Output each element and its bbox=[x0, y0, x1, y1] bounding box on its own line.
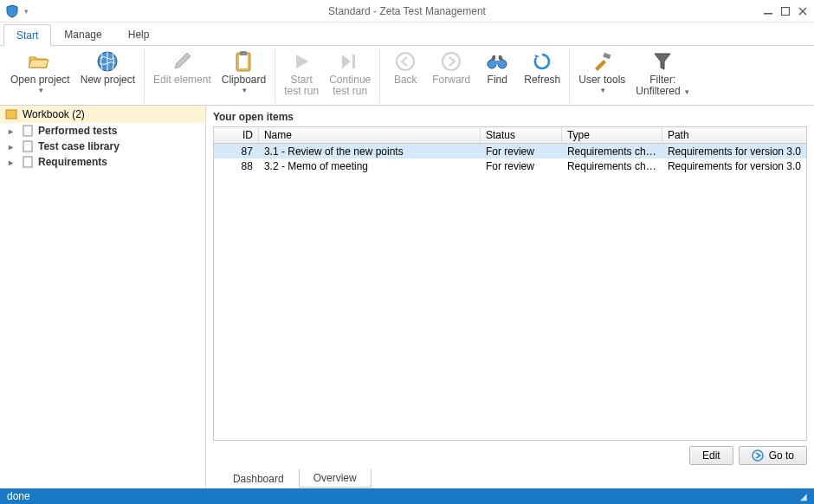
cell-status: For review bbox=[481, 144, 562, 159]
continue-test-run-button: Continuetest run bbox=[324, 48, 376, 103]
new-project-label: New project bbox=[81, 74, 135, 86]
svg-rect-11 bbox=[494, 61, 501, 64]
refresh-label: Refresh bbox=[524, 74, 560, 86]
start-l2: test run bbox=[284, 85, 319, 97]
maximize-button[interactable] bbox=[778, 3, 793, 19]
back-button: Back bbox=[384, 48, 427, 103]
tab-help[interactable]: Help bbox=[115, 23, 163, 45]
find-label: Find bbox=[488, 74, 507, 86]
tab-dashboard[interactable]: Dashboard bbox=[218, 469, 299, 488]
edit-element-button: Edit element bbox=[148, 48, 216, 103]
tree-expand-icon[interactable]: ▸ bbox=[9, 126, 17, 136]
tab-overview[interactable]: Overview bbox=[299, 468, 371, 488]
chevron-down-icon: ▾ bbox=[601, 86, 605, 94]
document-icon bbox=[22, 140, 34, 152]
binoculars-icon bbox=[485, 49, 509, 74]
forward-button: Forward bbox=[427, 48, 475, 103]
filter-l1: Filter: bbox=[649, 74, 675, 86]
sidebar-item-label: Test case library bbox=[38, 140, 120, 152]
globe-icon bbox=[95, 49, 120, 74]
arrow-right-icon bbox=[439, 49, 463, 74]
app-icon bbox=[5, 4, 19, 18]
cell-path: Requirements for version 3.0 bbox=[662, 158, 806, 174]
cell-path: Requirements for version 3.0 bbox=[662, 144, 806, 159]
sidebar-item-performed-tests[interactable]: ▸ Performed tests bbox=[0, 123, 205, 139]
filter-l2: Unfiltered bbox=[636, 85, 680, 97]
main-content: Your open items ID Name Status Type Path… bbox=[206, 106, 814, 488]
filter-button[interactable]: Filter:Unfiltered ▾ bbox=[630, 48, 694, 103]
start-test-run-button: Starttest run bbox=[279, 48, 324, 103]
pencil-icon bbox=[170, 49, 194, 74]
svg-rect-6 bbox=[352, 55, 355, 68]
cell-type: Requirements chapter bbox=[562, 144, 662, 159]
svg-point-8 bbox=[443, 53, 460, 70]
clipboard-button[interactable]: Clipboard ▾ bbox=[216, 48, 271, 103]
chevron-down-icon: ▾ bbox=[39, 86, 43, 94]
cell-status: For review bbox=[481, 158, 562, 174]
svg-rect-14 bbox=[23, 126, 32, 136]
section-title: Your open items bbox=[213, 111, 807, 123]
tree-expand-icon[interactable]: ▸ bbox=[9, 158, 17, 167]
chevron-down-icon: ▾ bbox=[242, 86, 247, 94]
user-tools-button[interactable]: User tools ▾ bbox=[573, 48, 630, 103]
new-project-button[interactable]: New project bbox=[75, 48, 140, 103]
column-header-id[interactable]: ID bbox=[214, 127, 259, 143]
table-row[interactable]: 88 3.2 - Memo of meeting For review Requ… bbox=[214, 158, 806, 173]
ribbon: Open project ▾ New project Edit element … bbox=[0, 45, 814, 106]
quick-access-dropdown[interactable]: ▾ bbox=[24, 7, 29, 16]
edit-element-label: Edit element bbox=[153, 74, 211, 86]
svg-rect-5 bbox=[240, 51, 247, 55]
edit-button[interactable]: Edit bbox=[689, 446, 733, 465]
grid-body[interactable]: 87 3.1 - Review of the new points For re… bbox=[214, 144, 806, 440]
play-next-icon bbox=[338, 49, 362, 74]
column-header-status[interactable]: Status bbox=[481, 127, 562, 143]
window-title: Standard - Zeta Test Management bbox=[0, 5, 814, 17]
funnel-icon bbox=[650, 49, 675, 74]
column-header-type[interactable]: Type bbox=[562, 127, 662, 143]
menubar: Start Manage Help bbox=[0, 23, 814, 45]
document-icon bbox=[22, 156, 34, 168]
sidebar: Workbook (2) ▸ Performed tests ▸ Test ca… bbox=[0, 106, 206, 488]
chevron-down-icon: ▾ bbox=[683, 87, 690, 96]
clipboard-icon bbox=[231, 49, 255, 74]
svg-rect-13 bbox=[6, 110, 16, 119]
cell-type: Requirements chapter bbox=[562, 158, 662, 174]
goto-button[interactable]: Go to bbox=[739, 446, 807, 465]
svg-rect-0 bbox=[764, 13, 772, 15]
sidebar-item-label: Performed tests bbox=[38, 125, 117, 137]
edit-button-label: Edit bbox=[702, 449, 720, 462]
find-button[interactable]: Find bbox=[475, 48, 519, 103]
refresh-button[interactable]: Refresh bbox=[519, 48, 565, 103]
sidebar-item-requirements[interactable]: ▸ Requirements bbox=[0, 154, 205, 170]
clipboard-label: Clipboard bbox=[222, 74, 266, 86]
bottom-tabs: Dashboard Overview bbox=[213, 469, 807, 488]
resize-grip-icon[interactable]: ◢ bbox=[800, 492, 807, 501]
close-button[interactable] bbox=[795, 3, 811, 19]
svg-rect-16 bbox=[23, 157, 32, 167]
cell-id: 87 bbox=[214, 144, 259, 159]
cell-name: 3.1 - Review of the new points bbox=[259, 144, 481, 159]
sidebar-item-label: Requirements bbox=[38, 156, 107, 168]
column-header-name[interactable]: Name bbox=[259, 127, 481, 143]
open-items-grid: ID Name Status Type Path 87 3.1 - Review… bbox=[213, 126, 807, 441]
folder-open-icon bbox=[28, 49, 52, 74]
open-project-label: Open project bbox=[10, 74, 70, 86]
svg-rect-12 bbox=[604, 53, 611, 59]
status-text: done bbox=[7, 490, 30, 502]
tree-root-workbook[interactable]: Workbook (2) bbox=[0, 106, 205, 123]
cell-name: 3.2 - Memo of meeting bbox=[259, 158, 481, 174]
table-row[interactable]: 87 3.1 - Review of the new points For re… bbox=[214, 144, 806, 158]
refresh-icon bbox=[530, 49, 554, 74]
hammer-icon bbox=[590, 49, 614, 74]
tree-root-label: Workbook (2) bbox=[23, 108, 85, 120]
tab-manage[interactable]: Manage bbox=[51, 23, 114, 45]
tree-expand-icon[interactable]: ▸ bbox=[9, 142, 17, 152]
arrow-left-icon bbox=[393, 49, 417, 74]
column-header-path[interactable]: Path bbox=[662, 127, 806, 143]
sidebar-item-test-case-library[interactable]: ▸ Test case library bbox=[0, 139, 205, 154]
minimize-button[interactable] bbox=[760, 3, 776, 19]
play-icon bbox=[289, 49, 313, 74]
tab-start[interactable]: Start bbox=[3, 24, 51, 46]
open-project-button[interactable]: Open project ▾ bbox=[5, 48, 75, 103]
workbook-icon bbox=[5, 108, 17, 120]
